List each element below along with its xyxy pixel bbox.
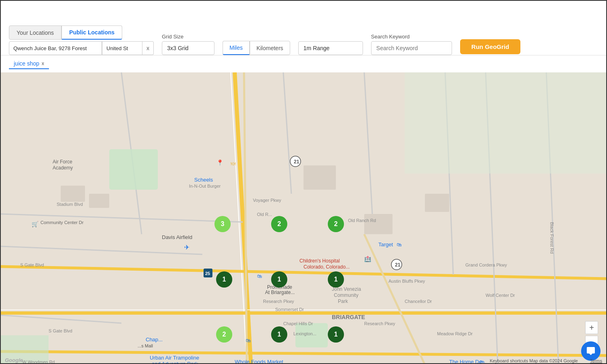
svg-text:Urban Air Trampoline: Urban Air Trampoline (150, 355, 199, 361)
svg-rect-22 (304, 165, 336, 190)
svg-text:W Woodmen Rd: W Woodmen Rd (22, 360, 55, 364)
map-marker-m5[interactable]: 1 (271, 271, 287, 288)
unit-miles-button[interactable]: Miles (223, 41, 250, 55)
svg-text:Old Ranch Rd: Old Ranch Rd (348, 218, 376, 223)
svg-text:and Adventure Park: and Adventure Park (152, 361, 198, 364)
svg-text:Scheels: Scheels (194, 177, 213, 183)
zoom-in-button[interactable]: + (585, 321, 598, 334)
svg-text:🛍: 🛍 (246, 338, 250, 343)
clear-location-button[interactable]: x (142, 41, 154, 55)
svg-text:...s Mall: ...s Mall (138, 343, 153, 348)
svg-text:S Gate Blvd: S Gate Blvd (49, 328, 72, 333)
svg-text:Community Center Dr: Community Center Dr (40, 220, 84, 225)
location-inputs: x (9, 41, 154, 55)
svg-rect-16 (109, 149, 158, 190)
unit-group: Miles Kilometers (223, 33, 290, 55)
svg-rect-20 (61, 186, 85, 202)
svg-text:In-N-Out Burger: In-N-Out Burger (189, 184, 221, 188)
range-group (298, 34, 363, 55)
svg-text:Lexington...: Lexington... (293, 331, 316, 336)
chat-bubble-button[interactable] (581, 341, 601, 361)
map-terms[interactable]: Terms (590, 358, 602, 363)
grid-size-label: Grid Size (162, 34, 214, 40)
svg-rect-21 (89, 194, 109, 208)
svg-text:Sommerset Dr: Sommerset Dr (275, 307, 304, 312)
map-attribution: Keyboard shortcuts Map data ©2024 Google (490, 358, 578, 363)
unit-buttons: Miles Kilometers (223, 41, 290, 55)
unit-label (223, 33, 290, 39)
svg-text:Research Pkwy: Research Pkwy (263, 299, 294, 304)
svg-text:At Briargate...: At Briargate... (265, 290, 295, 295)
svg-text:Davis Airfield: Davis Airfield (162, 234, 192, 240)
svg-text:Colorado, Colorado...: Colorado, Colorado... (304, 264, 350, 270)
svg-text:Chap...: Chap... (146, 336, 163, 343)
svg-text:✈: ✈ (184, 244, 189, 251)
grid-size-group: Grid Size (162, 34, 214, 55)
svg-text:Wolf Center Dr: Wolf Center Dr (486, 293, 515, 298)
map-marker-m7[interactable]: 2 (216, 326, 232, 343)
search-keyword-label: Search Keyword (371, 34, 452, 40)
tab-buttons: Your Locations Public Locations (9, 25, 122, 40)
svg-rect-24 (425, 194, 449, 212)
svg-text:Target: Target (378, 241, 393, 248)
svg-text:21: 21 (294, 159, 299, 165)
search-keyword-input[interactable] (371, 41, 452, 55)
range-label (298, 34, 363, 40)
svg-rect-19 (405, 72, 606, 174)
map-marker-m3[interactable]: 2 (328, 216, 344, 232)
grid-size-input[interactable] (162, 41, 214, 55)
map-container[interactable]: Air Force Academy Community Center Dr St… (1, 72, 606, 364)
map-marker-m6[interactable]: 1 (328, 271, 344, 288)
map-logo: Google (5, 357, 23, 363)
map-marker-m9[interactable]: 1 (328, 326, 344, 343)
svg-text:🏥: 🏥 (364, 256, 371, 262)
unit-kilometers-button[interactable]: Kilometers (250, 41, 290, 55)
map-marker-m8[interactable]: 1 (271, 326, 287, 343)
svg-rect-23 (364, 214, 393, 234)
keyword-tag-close[interactable]: x (42, 61, 44, 66)
location-tabs-group: Your Locations Public Locations x (9, 25, 154, 55)
svg-text:Park: Park (338, 298, 348, 304)
svg-text:Air Force: Air Force (53, 159, 72, 165)
location-country-input[interactable] (102, 41, 142, 55)
svg-text:Whole Foods Market: Whole Foods Market (235, 359, 283, 364)
svg-text:Community: Community (334, 292, 359, 298)
svg-text:🛍: 🛍 (397, 242, 401, 248)
tab-your-locations[interactable]: Your Locations (9, 25, 62, 40)
svg-text:Austin Bluffs Pkwy: Austin Bluffs Pkwy (388, 279, 425, 284)
location-name-input[interactable] (9, 41, 102, 55)
svg-text:🍽: 🍽 (231, 161, 236, 167)
map-marker-m2[interactable]: 2 (271, 216, 287, 232)
svg-text:BRIARGATE: BRIARGATE (332, 314, 365, 320)
svg-text:21: 21 (395, 262, 401, 268)
svg-text:25: 25 (205, 271, 210, 276)
svg-text:🛒: 🛒 (32, 221, 39, 228)
tab-public-locations[interactable]: Public Locations (62, 25, 122, 40)
svg-text:🛍: 🛍 (480, 359, 484, 364)
keyword-tag-label: juice shop (14, 60, 39, 67)
map-marker-m1[interactable]: 3 (214, 216, 231, 232)
svg-text:📍: 📍 (216, 159, 224, 166)
svg-text:Chancellor Dr: Chancellor Dr (405, 299, 432, 304)
map-background: Air Force Academy Community Center Dr St… (1, 72, 606, 364)
svg-text:Meadow Ridge Dr: Meadow Ridge Dr (437, 331, 473, 336)
svg-text:🛍: 🛍 (257, 273, 262, 279)
keyword-bar: juice shop x (1, 55, 606, 72)
svg-text:Chapel Hills Dr: Chapel Hills Dr (283, 321, 313, 326)
svg-text:Old R...: Old R... (257, 212, 272, 217)
toolbar: Your Locations Public Locations x Grid S… (1, 1, 606, 55)
search-group: Search Keyword (371, 34, 452, 55)
map-marker-m4[interactable]: 1 (216, 271, 232, 288)
keyword-tag[interactable]: juice shop x (9, 59, 49, 69)
svg-text:Voyager Pkwy: Voyager Pkwy (253, 198, 281, 203)
svg-text:Grand Cordera Pkwy: Grand Cordera Pkwy (465, 262, 507, 267)
svg-text:Research Pkwy: Research Pkwy (364, 321, 395, 326)
run-geogrid-button[interactable]: Run GeoGrid (460, 39, 520, 54)
svg-text:Stadium Blvd: Stadium Blvd (57, 202, 83, 207)
svg-text:Children's Hospital: Children's Hospital (299, 258, 340, 264)
svg-text:Academy: Academy (53, 165, 73, 171)
svg-text:Black Forest Rd: Black Forest Rd (550, 222, 554, 254)
range-input[interactable] (298, 41, 363, 55)
svg-text:S Gate Blvd: S Gate Blvd (20, 262, 44, 267)
